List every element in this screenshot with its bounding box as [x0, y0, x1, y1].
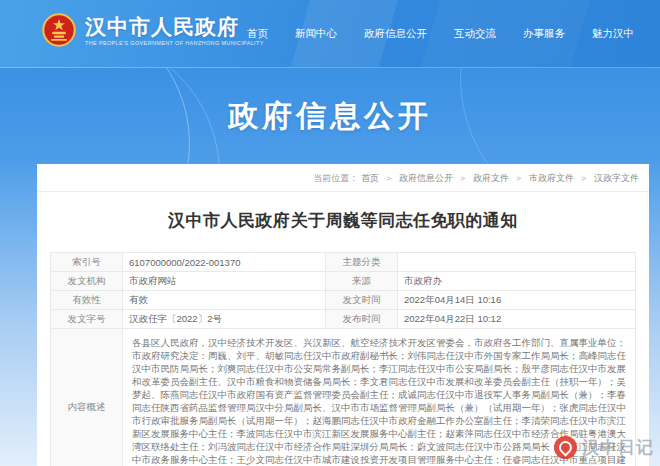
meta-label-validity: 有效性 — [51, 291, 123, 310]
table-row: 发文机构 市政府网站 来源 市政府办 — [51, 272, 636, 291]
table-row: 有效性 有效 发文时间 2022年04月14日 10:16 — [51, 291, 636, 310]
meta-label-doc-number: 发文字号 — [51, 310, 123, 329]
banner-decoration — [0, 68, 220, 164]
breadcrumb-separator: ＞ — [579, 173, 588, 183]
breadcrumb-info[interactable]: 政府信息公开 — [399, 173, 453, 183]
breadcrumb-hanzheng[interactable]: 汉政字文件 — [594, 173, 639, 183]
watermark: 汉中日记 — [554, 436, 654, 459]
nav-item-info[interactable]: 政府信息公开 — [364, 21, 427, 47]
meta-label-topic: 主题分类 — [326, 253, 398, 272]
nav-item-news[interactable]: 新闻中心 — [295, 21, 337, 47]
breadcrumb-separator: ＞ — [514, 173, 523, 183]
content-card: 当前位置： 首页 ＞ 政府信息公开 ＞ 政府文件 ＞ 市政府文件 ＞ 汉政字文件… — [37, 164, 649, 466]
meta-label-summary: 内容概述 — [51, 329, 123, 466]
meta-label-agency: 发文机构 — [51, 272, 123, 291]
breadcrumb-prefix: 当前位置： — [313, 173, 358, 183]
breadcrumb-home[interactable]: 首页 — [361, 173, 379, 183]
breadcrumb-citydocs[interactable]: 市政府文件 — [529, 173, 574, 183]
breadcrumb-separator: ＞ — [458, 173, 467, 183]
breadcrumb-separator: ＞ — [384, 173, 393, 183]
meta-value-topic — [398, 253, 636, 272]
watermark-logo-icon — [554, 436, 577, 459]
national-emblem-icon — [42, 13, 76, 47]
table-row: 内容概述 各县区人民政府，汉中经济技术开发区、兴汉新区、航空经济技术开发区管委会… — [51, 329, 636, 466]
meta-label-issue-date: 发文时间 — [326, 291, 398, 310]
nav-item-home[interactable]: 首页 — [247, 21, 268, 47]
meta-value-doc-number: 汉政任字〔2022〕2号 — [123, 310, 326, 329]
site-header: 汉中市人民政府 THE PEOPLE'S GOVERNMENT OF HANZH… — [0, 0, 660, 68]
meta-value-publish-date: 2022年04月22日 10:12 — [398, 310, 636, 329]
breadcrumb-govdocs[interactable]: 政府文件 — [473, 173, 509, 183]
watermark-text: 汉中日记 — [582, 436, 654, 459]
meta-label-source: 来源 — [326, 272, 398, 291]
banner-decoration — [460, 68, 660, 164]
nav-item-charm[interactable]: 魅力汉中 — [592, 21, 634, 47]
table-row: 索引号 6107000000/2022-001370 主题分类 — [51, 253, 636, 272]
main-nav: 首页 新闻中心 政府信息公开 互动交流 办事服务 魅力汉中 — [220, 0, 634, 68]
meta-value-source: 市政府办 — [398, 272, 636, 291]
nav-item-services[interactable]: 办事服务 — [523, 21, 565, 47]
breadcrumb: 当前位置： 首页 ＞ 政府信息公开 ＞ 政府文件 ＞ 市政府文件 ＞ 汉政字文件 — [37, 164, 649, 192]
table-row: 发文字号 汉政任字〔2022〕2号 发布时间 2022年04月22日 10:12 — [51, 310, 636, 329]
meta-label-index: 索引号 — [51, 253, 123, 272]
page-banner: 政府信息公开 — [0, 68, 660, 164]
meta-value-issue-date: 2022年04月14日 10:16 — [398, 291, 636, 310]
nav-item-interact[interactable]: 互动交流 — [454, 21, 496, 47]
banner-title: 政府信息公开 — [228, 96, 432, 137]
meta-value-agency: 市政府网站 — [123, 272, 326, 291]
meta-label-publish-date: 发布时间 — [326, 310, 398, 329]
meta-value-index: 6107000000/2022-001370 — [123, 253, 326, 272]
page-title: 汉中市人民政府关于周巍等同志任免职的通知 — [37, 209, 649, 232]
metadata-table: 索引号 6107000000/2022-001370 主题分类 发文机构 市政府… — [50, 252, 636, 466]
meta-value-validity: 有效 — [123, 291, 326, 310]
